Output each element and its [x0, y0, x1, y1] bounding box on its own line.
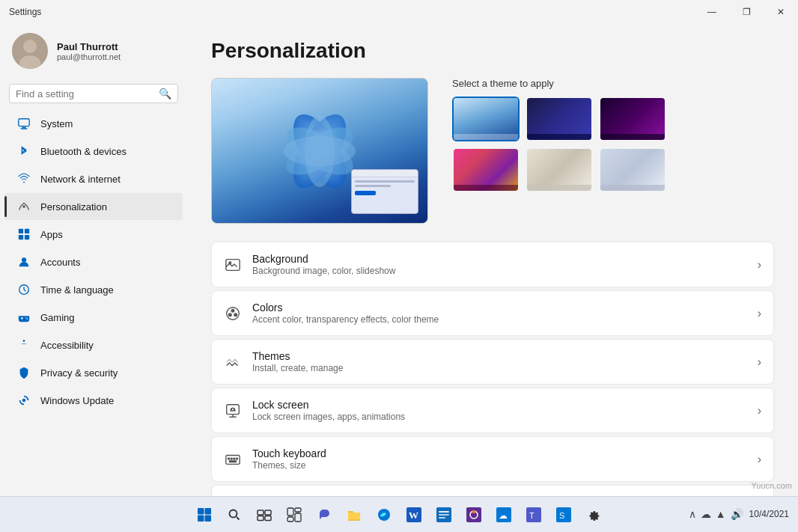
touchkeyboard-text: Touch keyboard Themes, size: [252, 447, 747, 471]
preview-button: [355, 191, 376, 195]
sidebar-label-bluetooth: Bluetooth & devices: [40, 146, 127, 157]
themes-section: Select a theme to apply: [211, 78, 774, 224]
svg-rect-62: [472, 510, 475, 513]
svg-rect-36: [229, 460, 236, 462]
apps-icon: [16, 227, 31, 242]
taskview-button[interactable]: [251, 501, 278, 528]
sidebar-item-network[interactable]: Network & internet: [4, 165, 183, 192]
edge-button[interactable]: [371, 501, 398, 528]
settings-item-start[interactable]: Start Recent apps and items, folders ›: [211, 485, 774, 496]
svg-rect-42: [205, 508, 212, 515]
touchkeyboard-icon: [224, 450, 242, 468]
settings-item-background[interactable]: Background Background image, color, slid…: [211, 242, 774, 287]
sidebar-nav: System Bluetooth & devices Network & int…: [0, 109, 187, 496]
sidebar-label-time: Time & language: [40, 284, 114, 296]
creative-button[interactable]: [460, 501, 487, 528]
settings-item-touchkeyboard[interactable]: Touch keyboard Themes, size ›: [211, 436, 774, 482]
clock[interactable]: 10/4/2021: [749, 508, 789, 521]
theme-5-thumb[interactable]: [526, 147, 593, 192]
svg-point-28: [229, 314, 232, 317]
search-icon: 🔍: [159, 88, 171, 100]
sidebar-item-system[interactable]: System: [4, 110, 183, 137]
page-title: Personalization: [211, 39, 774, 63]
settings-item-themes[interactable]: Themes Install, create, manage ›: [211, 339, 774, 385]
sidebar-label-update: Windows Update: [40, 395, 114, 406]
sidebar-item-apps[interactable]: Apps: [4, 221, 183, 248]
widgets-button[interactable]: [281, 501, 308, 528]
avatar: [12, 33, 48, 69]
app-container: Paul Thurrott paul@thurrott.net 🔍 System…: [0, 24, 798, 496]
preview-line-1: [355, 180, 415, 183]
profile-section[interactable]: Paul Thurrott paul@thurrott.net: [0, 24, 187, 78]
settings-taskbar-button[interactable]: [580, 501, 607, 528]
svg-rect-60: [466, 507, 481, 522]
sys-tray: ∧ ☁ ▲ 🔊: [689, 508, 743, 520]
accounts-icon: [16, 254, 31, 269]
themes-desc: Install, create, manage: [252, 363, 747, 373]
minimize-button[interactable]: —: [695, 0, 729, 24]
cloud-icon[interactable]: ☁: [701, 508, 711, 520]
theme-3-thumb[interactable]: [599, 97, 666, 141]
explorer-button[interactable]: [341, 501, 368, 528]
community-button[interactable]: ☁: [490, 501, 517, 528]
restore-button[interactable]: ❐: [729, 0, 764, 24]
sidebar-item-privacy[interactable]: Privacy & security: [4, 359, 183, 386]
sidebar-label-network: Network & internet: [40, 174, 121, 185]
theme-6-thumb[interactable]: [599, 147, 666, 192]
sidebar-item-bluetooth[interactable]: Bluetooth & devices: [4, 138, 183, 165]
word-button[interactable]: W: [400, 501, 427, 528]
svg-rect-48: [258, 516, 264, 520]
chat-button[interactable]: [311, 501, 338, 528]
themes-grid-label: Select a theme to apply: [452, 78, 774, 89]
theme-2-thumb[interactable]: [526, 97, 593, 141]
theme-1-thumb[interactable]: [452, 97, 520, 141]
search-input[interactable]: [16, 88, 154, 100]
taskbar-right: ∧ ☁ ▲ 🔊 10/4/2021: [689, 508, 789, 521]
settings-item-lockscreen[interactable]: Lock screen Lock screen images, apps, an…: [211, 388, 774, 433]
svg-rect-50: [287, 508, 293, 516]
close-button[interactable]: ✕: [764, 0, 798, 24]
svg-rect-53: [287, 517, 293, 522]
skype-button[interactable]: S: [550, 501, 577, 528]
colors-title: Colors: [252, 302, 747, 314]
sidebar-item-update[interactable]: Windows Update: [4, 387, 183, 414]
volume-icon[interactable]: 🔊: [731, 508, 743, 520]
theme-2-taskbar: [527, 134, 591, 140]
sidebar-item-accessibility[interactable]: Accessibility: [4, 331, 183, 358]
personalization-icon: [16, 199, 31, 214]
svg-rect-44: [205, 515, 212, 522]
svg-rect-35: [237, 458, 238, 459]
taskbar-search-button[interactable]: [221, 501, 248, 528]
touchkeyboard-chevron: ›: [758, 453, 761, 466]
teams-button[interactable]: T: [520, 501, 547, 528]
sidebar-item-personalization[interactable]: Personalization: [4, 193, 183, 220]
chevron-up-icon[interactable]: ∧: [689, 508, 696, 520]
theme-4-thumb[interactable]: [452, 147, 520, 192]
sidebar-item-accounts[interactable]: Accounts: [4, 248, 183, 275]
background-title: Background: [252, 253, 747, 265]
svg-point-14: [27, 319, 28, 319]
svg-text:T: T: [529, 511, 534, 520]
svg-rect-9: [19, 235, 23, 239]
settings-item-colors[interactable]: Colors Accent color, transparency effect…: [211, 290, 774, 336]
profile-name: Paul Thurrott: [57, 41, 121, 52]
gaming-icon: [16, 310, 31, 325]
preview-window-content: [352, 177, 418, 213]
search-bar[interactable]: 🔍: [9, 84, 178, 103]
touchkeyboard-desc: Themes, size: [252, 460, 747, 471]
notepad-button[interactable]: [430, 501, 457, 528]
sidebar-item-time[interactable]: Time & language: [4, 276, 183, 303]
themes-chevron: ›: [758, 355, 761, 369]
start-button[interactable]: [191, 501, 218, 528]
svg-rect-57: [439, 511, 449, 513]
titlebar-title: Settings: [9, 7, 41, 17]
svg-point-24: [229, 261, 231, 263]
titlebar-controls: — ❐ ✕: [695, 0, 798, 24]
svg-text:☁: ☁: [499, 510, 508, 521]
wifi-icon[interactable]: ▲: [716, 508, 726, 520]
sidebar-label-system: System: [40, 118, 73, 129]
themes-title: Themes: [252, 350, 747, 362]
taskbar-center: W ☁ T S: [191, 501, 607, 528]
sidebar-item-gaming[interactable]: Gaming: [4, 304, 183, 331]
avatar-image: [12, 33, 48, 69]
